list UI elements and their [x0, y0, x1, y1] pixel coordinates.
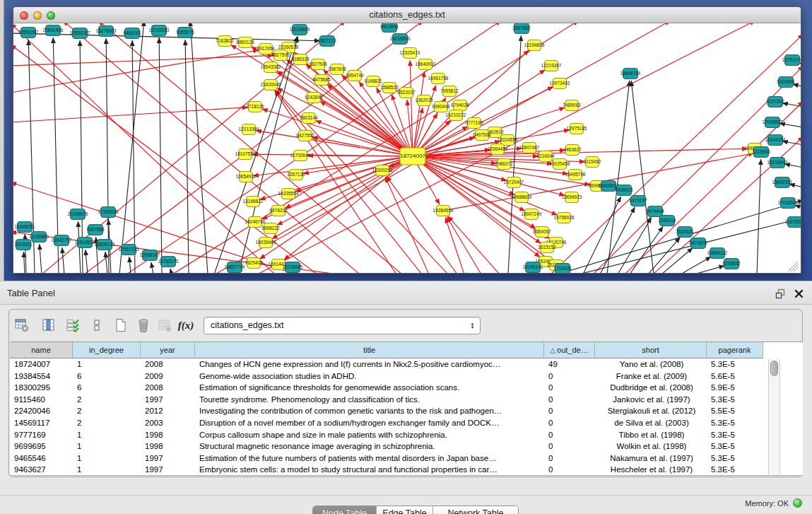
table-row[interactable]: 977716911998Corpus callosum shape and si…	[10, 429, 763, 441]
graph-node[interactable]: 7632621	[676, 227, 694, 238]
tab-edge-table[interactable]: Edge Table	[377, 506, 433, 514]
graph-node[interactable]: 8938923	[615, 185, 633, 196]
graph-node[interactable]: 9242848	[305, 93, 323, 103]
graph-node[interactable]: 16961758	[428, 74, 449, 84]
graph-node[interactable]: 2687682	[512, 23, 531, 34]
graph-node[interactable]: 7485063	[563, 100, 581, 111]
import-table-icon[interactable]	[155, 315, 175, 335]
graph-node[interactable]: 10719183	[149, 25, 170, 36]
table-settings-icon[interactable]	[12, 315, 32, 335]
graph-node[interactable]: 11156863	[29, 232, 49, 243]
table-row[interactable]: 1938455462009Genome-wide association stu…	[10, 370, 763, 382]
graph-node[interactable]: 9329966	[777, 77, 795, 88]
network-canvas[interactable]: 1872400771638228860128891295422260538982…	[13, 23, 801, 273]
graph-node[interactable]: 8475685	[312, 75, 331, 86]
tab-network-table[interactable]: Network Table	[433, 506, 518, 514]
graph-node[interactable]: 9245652	[722, 259, 741, 269]
graph-node[interactable]: 16857774	[225, 262, 245, 273]
graph-node[interactable]: 3215953	[752, 147, 770, 158]
graph-node[interactable]: 7857223	[318, 36, 336, 47]
graph-node[interactable]: 14195141	[523, 262, 543, 273]
graph-node[interactable]: 19756928	[554, 213, 575, 223]
graph-node[interactable]: 6479197	[629, 196, 647, 206]
graph-node[interactable]: 15495798	[565, 170, 586, 180]
column-header-title[interactable]: title	[195, 342, 544, 358]
graph-node[interactable]: 10688609	[512, 192, 532, 203]
row-select-icon[interactable]	[63, 315, 83, 335]
table-row[interactable]: 911546021997Tourette syndrome. Phenomeno…	[10, 394, 763, 406]
graph-node[interactable]: 9055276	[176, 28, 194, 38]
graph-node[interactable]: 15751074	[782, 55, 801, 66]
graph-node[interactable]: 20206576	[68, 209, 88, 220]
column-header-year[interactable]: year	[141, 342, 195, 358]
window-titlebar[interactable]: citations_edges.txt	[13, 7, 801, 23]
graph-node[interactable]: 1362015	[415, 95, 433, 106]
graph-node[interactable]: 18107552	[235, 149, 256, 160]
graph-node[interactable]: 12093852	[763, 117, 783, 128]
new-table-icon[interactable]	[111, 315, 131, 335]
graph-node[interactable]: 7163822	[216, 36, 234, 47]
graph-node[interactable]: 9827508	[309, 59, 327, 70]
graph-node[interactable]: 16345051	[15, 222, 35, 233]
graph-node[interactable]: 11514519	[75, 238, 95, 248]
graph-node[interactable]: 17016504	[778, 198, 799, 209]
graph-node[interactable]: 17957223	[119, 245, 139, 255]
graph-node[interactable]: 8813054	[380, 23, 399, 33]
function-builder-icon[interactable]: f(x)	[176, 315, 196, 335]
graph-node[interactable]: 8522037	[397, 88, 416, 98]
column-header-name[interactable]: name	[10, 342, 73, 358]
graph-node[interactable]: 16648784	[620, 69, 641, 79]
table-row[interactable]: 1872400712008Changes of HCN gene express…	[10, 358, 763, 370]
graph-node[interactable]: 12325419	[400, 48, 420, 59]
graph-node[interactable]: 6216044	[536, 151, 555, 162]
graph-node[interactable]: 12975185	[567, 124, 587, 134]
graph-node[interactable]: 6466161	[123, 28, 141, 39]
close-window-button[interactable]	[20, 11, 28, 20]
graph-node[interactable]: 8186328	[291, 54, 310, 65]
zoom-window-button[interactable]	[47, 11, 55, 20]
graph-node[interactable]: 8684067	[533, 227, 551, 238]
graph-node[interactable]: 8471676	[689, 238, 707, 249]
graph-node[interactable]: 10553287	[70, 28, 90, 39]
graph-node[interactable]: 10654112	[707, 248, 728, 259]
graph-node[interactable]: 9990448	[432, 102, 450, 112]
graph-node[interactable]: 13654923	[562, 192, 582, 203]
table-row[interactable]: 969969511998Structural magnetic resonanc…	[10, 440, 763, 452]
graph-node[interactable]: 20691406	[43, 25, 64, 36]
graph-node[interactable]: 9827505	[271, 50, 290, 61]
graph-node[interactable]: 10654932	[236, 172, 257, 182]
graph-node[interactable]: 16543382	[261, 62, 281, 73]
graph-node[interactable]: 16210222	[446, 110, 466, 121]
column-header-in_degree[interactable]: in_degree	[73, 342, 141, 358]
graph-node[interactable]: 18039469	[256, 238, 276, 248]
graph-node[interactable]: 8860128	[236, 37, 254, 48]
column-visibility-icon[interactable]	[39, 315, 59, 335]
table-row[interactable]: 946554611997Estimation of the future num…	[10, 452, 763, 465]
graph-node[interactable]: 8427552	[296, 131, 314, 141]
graph-node[interactable]: 13166822	[243, 197, 264, 207]
graph-node[interactable]: 17359928	[98, 207, 119, 218]
close-icon[interactable]	[792, 287, 805, 300]
float-window-icon[interactable]	[774, 287, 787, 300]
graph-node[interactable]: 7625402	[245, 258, 263, 269]
graph-node[interactable]: 7955812	[440, 86, 459, 97]
graph-node[interactable]: 9115460	[584, 157, 601, 168]
graph-hub-node[interactable]: 18724007	[400, 148, 425, 165]
delete-table-icon[interactable]	[134, 315, 153, 335]
graph-node[interactable]: 2935114	[659, 216, 676, 226]
graph-node[interactable]: 15720407	[504, 177, 524, 188]
graph-node[interactable]: 16154808	[524, 40, 545, 51]
column-header-out_de[interactable]: △out_de…	[544, 342, 595, 358]
graph-node[interactable]: 3267130	[287, 170, 305, 180]
graph-node[interactable]: 7986372	[495, 159, 513, 170]
graph-node[interactable]: 3915051	[14, 240, 33, 250]
vertical-scrollbar[interactable]	[768, 359, 780, 474]
merge-rows-icon[interactable]	[87, 315, 107, 335]
graph-node[interactable]: 19218506	[390, 34, 411, 45]
graph-node[interactable]: 9146821	[364, 76, 382, 87]
graph-node[interactable]: 12213369	[239, 124, 259, 135]
graph-node[interactable]: 11675301	[785, 217, 801, 228]
table-selector-dropdown[interactable]: citations_edges.txt ▲▼	[204, 317, 481, 334]
graph-node[interactable]: 16210643	[767, 158, 788, 168]
graph-node[interactable]: 6497568	[473, 130, 491, 141]
